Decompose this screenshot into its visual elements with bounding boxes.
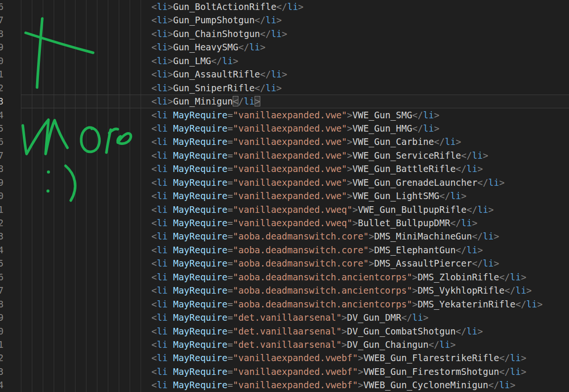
token-tag: li: [157, 163, 168, 174]
token-tag: li: [477, 204, 488, 215]
token-tag: li: [515, 285, 526, 296]
token-p: >: [477, 163, 483, 174]
token-p: =: [228, 218, 233, 228]
code-text: <li MayRequire="det.vanillaarsenal">DV_G…: [152, 339, 456, 350]
token-p: <: [152, 177, 157, 188]
token-txt: [168, 326, 173, 336]
token-txt: Gun_SniperRifle: [173, 83, 255, 93]
token-p: =: [228, 380, 233, 390]
token-txt: VWEB_Gun_FlarestrikeRifle: [363, 353, 499, 363]
code-text: <li MayRequire="vanillaexpanded.vweq">Bu…: [152, 218, 477, 228]
token-p: </: [412, 123, 423, 134]
token-txt: VWE_Gun_LightSMG: [352, 191, 439, 201]
token-p: >: [472, 218, 477, 228]
token-txt: [168, 380, 173, 390]
token-tag: li: [157, 191, 168, 201]
token-p: <: [152, 163, 157, 174]
token-p: </: [238, 42, 249, 52]
token-p: =: [228, 326, 233, 336]
token-p: =: [228, 353, 233, 363]
bracket-match-highlight: <: [233, 96, 238, 106]
token-tag: li: [483, 258, 494, 268]
token-p: <: [152, 42, 157, 52]
token-p: >: [537, 299, 542, 309]
token-p: >: [412, 285, 417, 296]
token-attr: MayRequire: [173, 204, 227, 215]
code-text: <li>Gun_HeavySMG</li>: [152, 42, 266, 52]
code-line: 6<li MayRequire="aoba.deadmanswitch.anci…: [0, 270, 569, 284]
token-str: "vanillaexpanded.vwe": [233, 150, 347, 161]
code-line-current: 3<li>Gun_Minigun</li>: [0, 95, 569, 108]
token-p: >: [282, 29, 287, 39]
token-tag: li: [157, 353, 168, 363]
code-line: 8<li>Gun_ChainShotgun</li>: [0, 27, 569, 40]
line-number: 9: [0, 311, 3, 324]
token-tag: li: [244, 96, 255, 106]
code-text: <li>Gun_ChainShotgun</li>: [152, 29, 287, 39]
token-p: =: [228, 258, 233, 268]
token-txt: DMS_AssaultPiercer: [374, 258, 472, 268]
token-attr: MayRequire: [173, 150, 227, 161]
token-p: >: [347, 177, 352, 188]
token-str: "vanillaexpanded.vwe": [233, 123, 347, 134]
token-txt: VWE_Gun_Carbine: [352, 136, 434, 147]
token-txt: VWEB_Gun_CycloneMinigun: [363, 380, 488, 390]
token-attr: MayRequire: [173, 380, 227, 390]
token-txt: [168, 110, 173, 120]
token-p: </: [499, 353, 510, 363]
token-p: >: [347, 191, 352, 201]
code-line: 3<li MayRequire="vanillaexpanded.vwebf">…: [0, 365, 569, 378]
code-text: <li>Gun_LMG</li>: [152, 56, 238, 66]
token-tag: li: [483, 231, 494, 241]
token-p: =: [228, 245, 233, 255]
token-txt: DMS_YekaterinRifle: [417, 299, 515, 309]
token-p: >: [352, 218, 358, 228]
code-text: <li MayRequire="vanillaexpanded.vwe">VWE…: [152, 110, 439, 120]
code-line: 4<li MayRequire="vanillaexpanded.vwebf">…: [0, 378, 569, 392]
token-txt: Gun_AssaultRifle: [173, 69, 260, 79]
token-attr: MayRequire: [173, 258, 227, 268]
token-p: </: [477, 177, 488, 188]
line-number: 3: [0, 229, 3, 243]
line-number: 7: [0, 284, 3, 297]
token-str: "det.vanillaarsenal": [233, 339, 341, 350]
token-p: >: [521, 366, 526, 377]
token-p: >: [369, 245, 374, 255]
line-number: 5: [0, 257, 3, 270]
code-text: <li MayRequire="vanillaexpanded.vwebf">V…: [152, 353, 526, 363]
token-str: "vanillaexpanded.vweq": [233, 218, 352, 228]
token-txt: Gun_LMG: [173, 56, 211, 66]
token-p: >: [276, 15, 282, 25]
token-tag: li: [510, 366, 521, 377]
token-p: >: [352, 204, 358, 215]
token-tag: li: [445, 136, 455, 147]
token-tag: li: [157, 272, 168, 282]
token-txt: VWE_Gun_HMG: [352, 123, 412, 134]
token-attr: MayRequire: [173, 312, 227, 323]
code-text: <li MayRequire="aoba.deadmanswitch.ancie…: [152, 299, 543, 309]
token-p: >: [461, 191, 466, 201]
token-p: </: [450, 218, 461, 228]
token-p: </: [260, 29, 271, 39]
token-txt: Bullet_BullpupDMR: [358, 218, 450, 228]
token-str: "vanillaexpanded.vwe": [233, 110, 347, 120]
token-p: >: [477, 326, 483, 336]
bracket-match-highlight: >: [255, 96, 260, 106]
token-p: <: [152, 339, 157, 350]
token-str: "aoba.deadmanswitch.core": [233, 231, 369, 241]
token-txt: [168, 163, 173, 174]
token-p: >: [493, 258, 499, 268]
token-p: <: [152, 218, 157, 228]
code-editor-area[interactable]: 6<li>Gun_BoltActionRifle</li>7<li>Gun_Pu…: [0, 0, 569, 392]
token-p: <: [152, 150, 157, 161]
token-p: >: [483, 150, 488, 161]
token-p: <: [152, 15, 157, 25]
code-line: 2<li MayRequire="vanillaexpanded.vweq">B…: [0, 216, 569, 229]
token-p: >: [168, 96, 173, 106]
code-line: 1<li MayRequire="det.vanillaarsenal">DV_…: [0, 338, 569, 351]
code-line: 6<li MayRequire="vanillaexpanded.vwe">VW…: [0, 135, 569, 148]
token-p: >: [521, 353, 526, 363]
code-text: <li MayRequire="vanillaexpanded.vwe">VWE…: [152, 150, 488, 161]
token-p: >: [168, 83, 173, 93]
token-p: >: [282, 69, 287, 79]
